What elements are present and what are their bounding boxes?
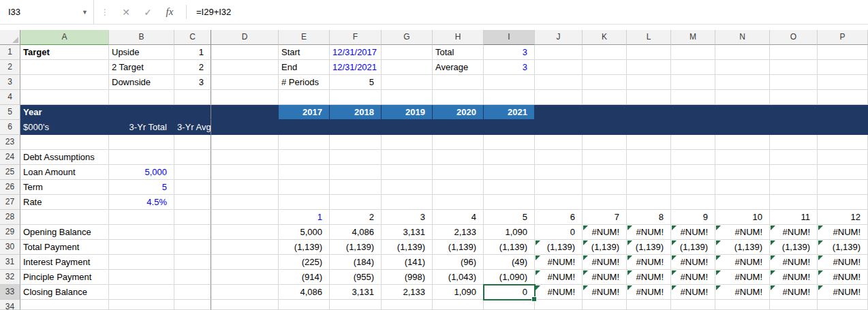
cell-I29[interactable]: 1,090 [484,225,535,240]
row-header-23[interactable]: 23 [0,135,20,150]
cell-A24[interactable]: Debt Assumptions [20,150,109,165]
cell-G28[interactable]: 3 [382,210,433,225]
cell-M31[interactable]: #NUM! [671,255,715,270]
cell-L26[interactable] [627,180,671,195]
cell-M6[interactable] [671,120,715,135]
cell-F6[interactable] [330,120,382,135]
cell-F26[interactable] [330,180,382,195]
cell-L34[interactable] [627,300,671,310]
cell-M26[interactable] [671,180,715,195]
cell-H27[interactable] [433,195,484,210]
row-header-27[interactable]: 27 [0,195,20,210]
cell-H28[interactable]: 4 [433,210,484,225]
column-header-L[interactable]: L [627,30,671,45]
cell-I23[interactable] [484,135,535,150]
row-header-24[interactable]: 24 [0,150,20,165]
cell-O31[interactable]: #NUM! [770,255,818,270]
cell-D25[interactable] [211,165,279,180]
cell-L23[interactable] [627,135,671,150]
cell-E28[interactable]: 1 [279,210,330,225]
cell-G30[interactable]: (1,139) [382,240,433,255]
insert-function-icon[interactable]: fx [159,0,181,24]
cell-L25[interactable] [627,165,671,180]
cell-F31[interactable]: (184) [330,255,382,270]
cell-E3[interactable]: # Periods [279,75,330,90]
row-header-29[interactable]: 29 [0,225,20,240]
cell-G34[interactable] [382,300,433,310]
cell-M28[interactable]: 9 [671,210,715,225]
cell-G4[interactable] [382,90,433,105]
cell-F1[interactable]: 12/31/2017 [330,45,382,60]
cell-J4[interactable] [535,90,583,105]
cell-H31[interactable]: (96) [433,255,484,270]
column-header-G[interactable]: G [382,30,433,45]
cell-M29[interactable]: #NUM! [671,225,715,240]
cell-K2[interactable] [583,60,627,75]
cell-D31[interactable] [211,255,279,270]
cell-N6[interactable] [715,120,770,135]
cell-G29[interactable]: 3,131 [382,225,433,240]
cell-C3[interactable]: 3 [174,75,211,90]
cell-D24[interactable] [211,150,279,165]
cell-J6[interactable] [535,120,583,135]
cell-L5[interactable] [627,105,671,120]
row-header-28[interactable]: 28 [0,210,20,225]
cell-O33[interactable]: #NUM! [770,285,818,300]
cell-M30[interactable]: (1,139) [671,240,715,255]
cell-F24[interactable] [330,150,382,165]
cell-F2[interactable]: 12/31/2021 [330,60,382,75]
cell-B4[interactable] [109,90,174,105]
cell-N2[interactable] [715,60,770,75]
cell-K1[interactable] [583,45,627,60]
column-header-M[interactable]: M [671,30,715,45]
cell-A6[interactable]: $000's [20,120,109,135]
cell-C23[interactable] [174,135,211,150]
name-box[interactable]: I33 ▼ [0,0,94,24]
cell-C24[interactable] [174,150,211,165]
cell-E33[interactable]: 4,086 [279,285,330,300]
name-box-dropdown-icon[interactable]: ▼ [82,9,88,16]
cell-M27[interactable] [671,195,715,210]
cell-A1[interactable]: Target [20,45,109,60]
cell-M4[interactable] [671,90,715,105]
cell-D26[interactable] [211,180,279,195]
cell-O34[interactable] [770,300,818,310]
cell-D6[interactable] [211,120,279,135]
cell-C33[interactable] [174,285,211,300]
cell-F33[interactable]: 3,131 [330,285,382,300]
formula-input[interactable]: =I29+I32 [192,0,868,24]
cell-P2[interactable] [818,60,868,75]
cell-J25[interactable] [535,165,583,180]
cell-G26[interactable] [382,180,433,195]
cell-L33[interactable]: #NUM! [627,285,671,300]
cell-P29[interactable]: #NUM! [818,225,868,240]
cell-O29[interactable]: #NUM! [770,225,818,240]
cell-A30[interactable]: Total Payment [20,240,109,255]
cell-N34[interactable] [715,300,770,310]
cell-I25[interactable] [484,165,535,180]
cell-P26[interactable] [818,180,868,195]
cell-C31[interactable] [174,255,211,270]
row-header-31[interactable]: 31 [0,255,20,270]
cell-O25[interactable] [770,165,818,180]
column-header-H[interactable]: H [433,30,484,45]
cell-E5[interactable]: 2017 [279,105,330,120]
cell-J32[interactable]: #NUM! [535,270,583,285]
cell-P33[interactable]: #NUM! [818,285,868,300]
cell-K32[interactable]: #NUM! [583,270,627,285]
cell-P23[interactable] [818,135,868,150]
cell-A25[interactable]: Loan Amount [20,165,109,180]
cell-E2[interactable]: End [279,60,330,75]
cell-P6[interactable] [818,120,868,135]
row-header-34[interactable]: 34 [0,300,20,310]
cell-P25[interactable] [818,165,868,180]
cell-H26[interactable] [433,180,484,195]
cell-H6[interactable] [433,120,484,135]
cell-O28[interactable]: 11 [770,210,818,225]
column-header-A[interactable]: A [20,30,109,45]
cell-G3[interactable] [382,75,433,90]
cell-I4[interactable] [484,90,535,105]
cell-K28[interactable]: 7 [583,210,627,225]
cell-C34[interactable] [174,300,211,310]
cell-H1[interactable]: Total [433,45,484,60]
